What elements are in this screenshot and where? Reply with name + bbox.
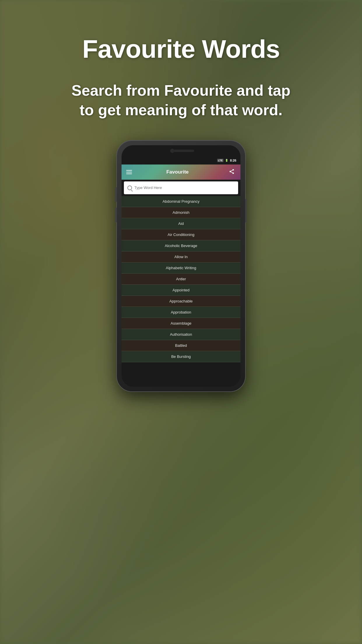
page-title: Favourite Words <box>82 35 280 63</box>
word-item[interactable]: Alcoholic Beverage <box>122 240 240 251</box>
search-input[interactable] <box>134 186 235 190</box>
svg-point-1 <box>230 171 231 172</box>
page-subtitle: Search from Favourite and tap to get mea… <box>50 81 312 120</box>
word-text: Admonish <box>173 210 189 215</box>
status-bar: LTE 🔋 8:26 <box>122 156 240 164</box>
word-text: Abdominal Pregnancy <box>162 199 199 204</box>
main-content: Favourite Words Search from Favourite an… <box>0 0 362 644</box>
word-text: Approachable <box>169 299 193 303</box>
word-item[interactable]: Air Conditioning <box>122 229 240 240</box>
word-text: Approbation <box>171 310 191 314</box>
search-icon <box>127 186 132 190</box>
phone-screen: LTE 🔋 8:26 Favourite <box>122 145 240 387</box>
word-item[interactable]: Battled <box>122 340 240 351</box>
word-text: Be Bursting <box>171 354 191 359</box>
share-button[interactable] <box>229 169 236 176</box>
word-item[interactable]: Authorisation <box>122 329 240 340</box>
phone-speaker <box>174 150 194 152</box>
phone-mockup: LTE 🔋 8:26 Favourite <box>117 141 245 391</box>
word-item[interactable]: Be Bursting <box>122 351 240 362</box>
battery-icon: 🔋 <box>225 159 228 162</box>
word-item[interactable]: Admonish <box>122 207 240 218</box>
app-toolbar: Favourite <box>122 164 240 180</box>
svg-point-2 <box>233 172 234 174</box>
svg-line-3 <box>231 172 233 173</box>
phone-top-bar <box>122 145 240 156</box>
search-bar[interactable] <box>124 181 238 194</box>
app-screen: Abdominal PregnancyAdmonishAidAir Condit… <box>122 180 240 387</box>
word-text: Alcoholic Beverage <box>165 244 197 248</box>
lte-icon: LTE <box>217 159 224 162</box>
toolbar-title: Favourite <box>126 169 229 175</box>
word-item[interactable]: Alphabetic Writing <box>122 262 240 274</box>
status-time: 8:26 <box>230 159 236 162</box>
status-icons: LTE 🔋 <box>217 159 228 162</box>
word-list: Abdominal PregnancyAdmonishAidAir Condit… <box>122 196 240 387</box>
word-text: Alphabetic Writing <box>166 266 196 270</box>
word-item[interactable]: Aid <box>122 218 240 229</box>
phone-body: LTE 🔋 8:26 Favourite <box>117 141 245 391</box>
word-item[interactable]: Antler <box>122 274 240 285</box>
word-text: Antler <box>176 277 186 281</box>
word-item[interactable]: Appointed <box>122 285 240 296</box>
word-text: Battled <box>175 343 187 348</box>
word-item[interactable]: Approachable <box>122 296 240 307</box>
word-text: Appointed <box>173 288 190 292</box>
word-text: Assemblage <box>171 321 191 326</box>
word-item[interactable]: Allow In <box>122 251 240 262</box>
word-text: Aid <box>178 221 184 226</box>
svg-line-4 <box>231 170 233 171</box>
word-text: Air Conditioning <box>168 232 194 237</box>
svg-point-0 <box>233 169 234 171</box>
word-text: Allow In <box>174 255 188 259</box>
word-item[interactable]: Approbation <box>122 307 240 318</box>
word-text: Authorisation <box>170 332 192 337</box>
word-item[interactable]: Assemblage <box>122 318 240 329</box>
word-item[interactable]: Abdominal Pregnancy <box>122 196 240 207</box>
